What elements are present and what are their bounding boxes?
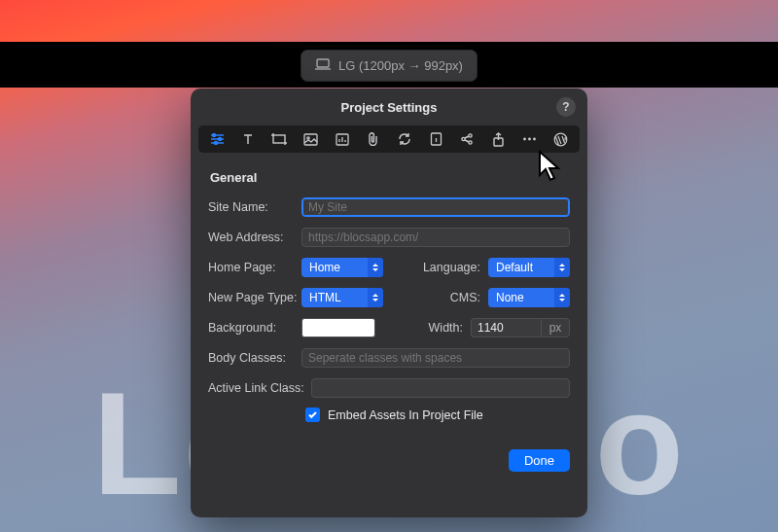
laptop-icon [315,58,331,73]
svg-point-6 [307,136,309,138]
refresh-icon[interactable] [396,130,413,148]
svg-point-1 [212,134,215,137]
crop-icon[interactable] [270,130,288,148]
modal-titlebar: Project Settings ? [191,89,587,125]
help-button[interactable]: ? [556,97,576,117]
svg-point-10 [469,134,472,137]
project-settings-modal: Project Settings ? [191,89,587,517]
info-icon[interactable] [427,130,444,148]
label-home-page: Home Page: [208,261,301,274]
new-page-type-select[interactable]: HTML [301,288,383,307]
width-input[interactable]: 1140 [471,318,541,337]
breakpoint-label: LG (1200px → 992px) [338,58,463,73]
label-web-address: Web Address: [208,231,301,244]
label-background: Background: [208,321,301,335]
svg-point-2 [218,138,221,141]
attachment-icon[interactable] [365,130,382,148]
cms-select[interactable]: None [488,288,570,307]
label-new-page-type: New Page Type: [208,291,301,304]
wordpress-icon[interactable] [552,130,570,148]
svg-point-3 [214,142,217,145]
chevron-updown-icon [368,258,383,277]
svg-point-9 [462,137,465,140]
analytics-icon[interactable] [334,130,351,148]
section-heading: General [210,170,570,185]
done-button[interactable]: Done [509,449,570,472]
svg-point-11 [469,141,472,144]
embed-assets-checkbox[interactable] [305,408,320,422]
export-icon[interactable] [490,130,508,148]
background-color-swatch[interactable] [301,318,375,337]
width-unit[interactable]: px [541,318,570,337]
chevron-updown-icon [554,258,570,277]
svg-rect-0 [317,59,329,67]
svg-point-15 [533,138,536,141]
site-name-input[interactable] [301,197,570,217]
embed-assets-label: Embed Assets In Project File [328,408,483,422]
share-icon[interactable] [458,130,476,148]
chevron-updown-icon [368,288,383,307]
breakpoint-selector[interactable]: LG (1200px → 992px) [301,50,477,82]
svg-point-13 [523,138,526,141]
label-cms: CMS: [416,291,488,304]
typography-icon[interactable] [239,130,257,148]
label-active-link-class: Active Link Class: [208,381,311,395]
panel-body: General Site Name: Web Address: Home Pag… [191,153,587,432]
label-site-name: Site Name: [208,200,301,214]
label-language: Language: [416,261,488,274]
web-address-input[interactable] [301,228,570,247]
active-link-class-input[interactable] [311,378,570,398]
body-classes-input[interactable] [301,348,570,368]
svg-point-14 [528,138,531,141]
more-icon[interactable] [521,130,539,148]
language-select[interactable]: Default [488,258,570,277]
label-body-classes: Body Classes: [208,351,301,365]
general-icon[interactable] [208,130,226,148]
settings-toolbar [198,125,580,153]
modal-title: Project Settings [341,100,438,115]
chevron-updown-icon [554,288,570,307]
home-page-select[interactable]: Home [301,258,383,277]
svg-rect-4 [273,135,285,143]
image-icon[interactable] [302,130,320,148]
label-width: Width: [399,321,471,335]
